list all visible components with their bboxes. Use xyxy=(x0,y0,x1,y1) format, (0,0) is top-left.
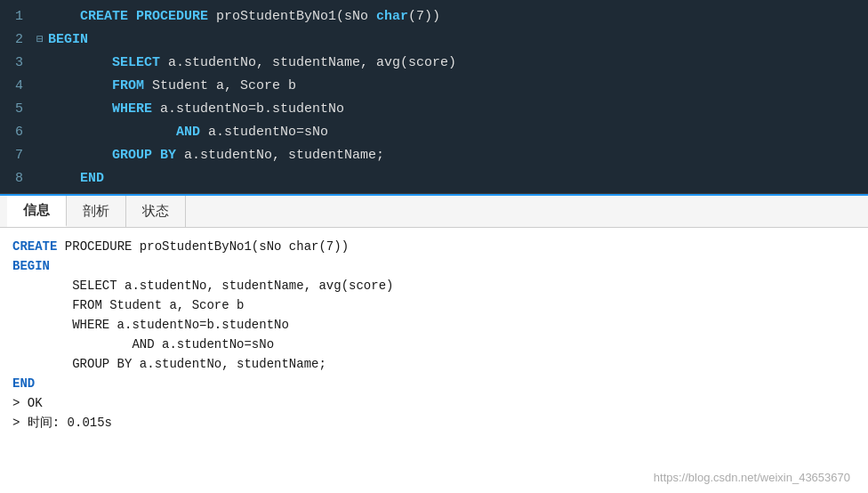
line-number: 4 xyxy=(0,75,32,98)
code-line: 7 GROUP BY a.studentNo, studentName; xyxy=(0,144,868,167)
output-line: AND a.studentNo=sNo xyxy=(12,335,856,354)
tab-状态[interactable]: 状态 xyxy=(126,196,186,227)
output-area: CREATE PROCEDURE proStudentByNo1(sNo cha… xyxy=(0,228,868,493)
output-line: END xyxy=(12,374,856,393)
line-number: 8 xyxy=(0,167,32,190)
line-number: 5 xyxy=(0,98,32,121)
line-content: BEGIN xyxy=(48,28,868,52)
watermark: https://blog.csdn.net/weixin_43653670 xyxy=(654,471,850,484)
code-line: 2⊟BEGIN xyxy=(0,28,868,52)
line-content: FROM Student a, Score b xyxy=(48,75,868,98)
output-line: FROM Student a, Score b xyxy=(12,295,856,315)
output-line: > OK xyxy=(12,393,856,413)
code-line: 3 SELECT a.studentNo, studentName, avg(s… xyxy=(0,52,868,75)
tabs-bar: 信息剖析状态 xyxy=(0,194,868,228)
line-content: GROUP BY a.studentNo, studentName; xyxy=(48,144,868,167)
bottom-wrapper: 信息剖析状态 CREATE PROCEDURE proStudentByNo1(… xyxy=(0,194,868,493)
code-line: 8 END xyxy=(0,167,868,190)
tab-剖析[interactable]: 剖析 xyxy=(67,196,126,227)
output-line: > 时间: 0.015s xyxy=(12,413,856,432)
output-line: CREATE PROCEDURE proStudentByNo1(sNo cha… xyxy=(12,237,856,256)
line-content: SELECT a.studentNo, studentName, avg(sco… xyxy=(48,52,868,75)
line-number: 6 xyxy=(0,121,32,144)
output-line: WHERE a.studentNo=b.studentNo xyxy=(12,315,856,335)
code-line: 6 AND a.studentNo=sNo xyxy=(0,121,868,144)
line-number: 1 xyxy=(0,5,32,28)
tab-信息[interactable]: 信息 xyxy=(7,196,67,227)
line-icon: ⊟ xyxy=(32,28,48,52)
output-line: GROUP BY a.studentNo, studentName; xyxy=(12,354,856,374)
line-number: 7 xyxy=(0,144,32,167)
editor-area: 1 CREATE PROCEDURE proStudentByNo1(sNo c… xyxy=(0,0,868,194)
line-content: CREATE PROCEDURE proStudentByNo1(sNo cha… xyxy=(48,5,868,28)
line-content: WHERE a.studentNo=b.studentNo xyxy=(48,98,868,121)
line-content: AND a.studentNo=sNo xyxy=(48,121,868,144)
line-number: 2 xyxy=(0,28,32,52)
code-line: 1 CREATE PROCEDURE proStudentByNo1(sNo c… xyxy=(0,5,868,28)
code-line: 4 FROM Student a, Score b xyxy=(0,75,868,98)
line-number: 3 xyxy=(0,52,32,75)
output-line: BEGIN xyxy=(12,256,856,276)
code-block: 1 CREATE PROCEDURE proStudentByNo1(sNo c… xyxy=(0,0,868,196)
line-content: END xyxy=(48,167,868,190)
code-line: 5 WHERE a.studentNo=b.studentNo xyxy=(0,98,868,121)
output-line: SELECT a.studentNo, studentName, avg(sco… xyxy=(12,276,856,295)
